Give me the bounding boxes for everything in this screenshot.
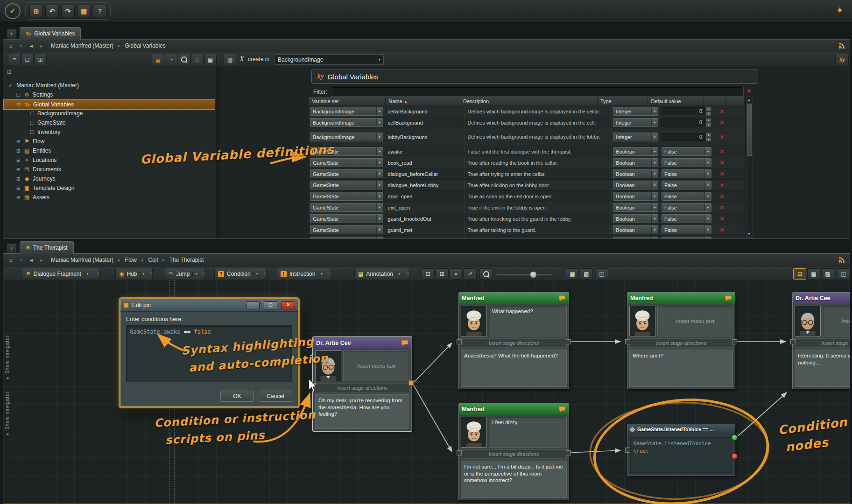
expander-closed-icon[interactable]: ⊞	[15, 167, 21, 172]
variable-set-dropdown[interactable]: GameState	[310, 203, 383, 212]
align-button[interactable]: ⊡	[422, 268, 435, 280]
variable-description[interactable]: True after reading the book in the cella…	[465, 157, 612, 168]
delete-row-button[interactable]	[720, 108, 725, 115]
dialog-titlebar[interactable]: Edit pin – ▢ ✕	[120, 299, 298, 312]
variable-set-dropdown[interactable]: BackgroundImage	[310, 107, 383, 116]
connect-mode-button[interactable]: ↗	[464, 268, 477, 280]
checkbox-icon[interactable]: ☐	[29, 129, 35, 135]
stage-directions-placeholder[interactable]: Insert stage directions	[461, 449, 567, 459]
variable-set-dropdown[interactable]: GameState	[310, 225, 383, 234]
variable-name[interactable]: cellarBackground	[385, 106, 465, 117]
redo-button[interactable]: ↷	[61, 5, 75, 17]
expander-open-icon[interactable]: ⊟	[16, 102, 21, 107]
stage-directions-placeholder[interactable]: Insert stage directions	[795, 338, 850, 348]
node-condition[interactable]: GameState.listenedToVoice == ... GameSta…	[627, 424, 735, 476]
add-tab-button[interactable]: +	[7, 29, 17, 39]
variable-set-dropdown[interactable]: GameState	[310, 158, 383, 167]
breadcrumb-project[interactable]: Maniac Manfred (Master)	[47, 42, 117, 49]
default-value-dropdown[interactable]: False	[662, 158, 711, 167]
feed-icon[interactable]	[838, 42, 845, 50]
menu-text[interactable]: What happened?	[489, 306, 567, 336]
menu-text[interactable]: I feel dizzy.	[489, 417, 567, 448]
default-value-dropdown[interactable]: False	[662, 147, 711, 156]
view-outline-button[interactable]: ⊟	[793, 268, 806, 280]
variable-name[interactable]: dialogue_beforeLobby	[385, 180, 465, 190]
create-in-dropdown[interactable]: BackgroundImage ▾	[274, 54, 384, 65]
back-button[interactable]: ◂	[27, 42, 36, 50]
tree-item-global-variables[interactable]: ⊟ Xy Global Variables	[3, 99, 215, 110]
annotation-button[interactable]: ▤ Annotation ▾	[354, 268, 409, 280]
view-large-tiles-button[interactable]: ▩	[821, 268, 834, 280]
list-view-button[interactable]: ≡	[8, 54, 21, 65]
scroll-down-icon[interactable]: ▼	[746, 231, 752, 237]
stage-directions-placeholder[interactable]: Insert stage directions	[461, 338, 567, 348]
tree-item-assets[interactable]: ⊞ ▦ Assets	[3, 193, 215, 202]
default-value-stepper[interactable]: 0▴▾	[662, 118, 711, 127]
variable-name[interactable]: guard_knockedOut	[385, 213, 465, 224]
chevron-down-icon[interactable]: ▾	[192, 272, 197, 276]
type-dropdown[interactable]: Boolean	[613, 203, 658, 212]
variable-description[interactable]: Defines which background image is displa…	[465, 106, 612, 117]
scroll-up-icon[interactable]: ▲	[746, 97, 752, 103]
close-button[interactable]: ✕	[282, 301, 295, 309]
expander-closed-icon[interactable]: ⊞	[15, 186, 21, 191]
spinner-arrows[interactable]: ▴▾	[705, 133, 711, 142]
delete-row-button[interactable]	[720, 134, 725, 140]
breadcrumb-global-variables[interactable]: Global Variables	[121, 42, 169, 49]
variable-name[interactable]: book_read	[385, 157, 465, 168]
delete-row-button[interactable]	[720, 119, 725, 126]
variable-set-dropdown[interactable]: GameState	[310, 214, 383, 223]
tree-item-documents[interactable]: ⊞ ▤ Documents	[3, 165, 215, 174]
dialogue-text[interactable]: Anaesthesia? What the hell happened?	[461, 350, 567, 387]
menu-text-placeholder[interactable]: Insert menu text	[343, 350, 409, 381]
ok-button[interactable]: OK	[220, 391, 254, 402]
feed-icon[interactable]	[838, 257, 845, 265]
collapse-all-icon[interactable]: ⊟	[7, 69, 11, 75]
variable-set-dropdown[interactable]: GameState	[310, 237, 383, 238]
dialogue-text[interactable]: I'm not sure... I'm a bit dizzy... Is it…	[461, 461, 567, 498]
flow-canvas[interactable]: ▸ Show navigator ▸ Show navigator	[3, 280, 850, 504]
recent-button[interactable]: ◔	[165, 54, 177, 65]
spinner-arrows[interactable]: ▴▾	[705, 107, 711, 116]
variable-name[interactable]: dialogue_beforeCellar	[385, 168, 465, 179]
variable-description[interactable]: True after trying to enter the cellar.	[465, 168, 612, 179]
clear-filter-button[interactable]: ✕	[746, 87, 752, 94]
stage-directions-placeholder[interactable]: Insert stage directions	[315, 383, 409, 392]
zoom-slider-handle[interactable]	[530, 271, 537, 278]
variable-description[interactable]: True after talking to the guard.	[465, 224, 612, 235]
tree-item-gamestate[interactable]: ☐ GameState	[3, 118, 215, 127]
checkbox-icon[interactable]: ☐	[29, 120, 35, 126]
hub-button[interactable]: ◉ Hub ▾	[115, 268, 153, 280]
column-name[interactable]: Name▲	[386, 97, 460, 105]
dialogue-text[interactable]: Oh my dear, you're recovering from the a…	[315, 394, 409, 429]
column-type[interactable]: Type	[598, 97, 648, 105]
default-value-dropdown[interactable]: False	[662, 237, 711, 238]
default-value-stepper[interactable]: 0▴▾	[662, 133, 711, 142]
default-value-dropdown[interactable]: False	[662, 181, 711, 189]
up-button[interactable]: ↑	[16, 256, 26, 264]
default-value-dropdown[interactable]: False	[662, 169, 711, 178]
tree-item-project-root[interactable]: ✓ Maniac Manfred (Master)	[3, 81, 215, 90]
variable-name[interactable]: exit_open	[385, 202, 465, 213]
dialogue-fragment-button[interactable]: ⚑ Dialogue Fragment ▾	[22, 268, 99, 280]
delete-row-button[interactable]	[720, 148, 725, 155]
type-dropdown[interactable]: Boolean	[613, 169, 658, 178]
variable-name[interactable]: cellBackground	[385, 117, 465, 128]
tree-item-settings[interactable]: ☐ ⚙ Settings	[3, 90, 215, 99]
table-scrollbar[interactable]: ▲ ▼	[746, 97, 753, 238]
variable-description[interactable]: True as soon as the cell door is open.	[465, 191, 612, 202]
small-grid-button[interactable]: ▦	[566, 268, 579, 280]
notes-button[interactable]: ▤	[152, 54, 164, 65]
variable-name[interactable]: awake	[385, 146, 465, 157]
tree-item-template-design[interactable]: ⊞ ▣ Template Design	[3, 183, 215, 193]
tree-item-backgroundimage[interactable]: ☐ BackgroundImage	[3, 109, 215, 118]
export-button[interactable]: ▦	[77, 5, 91, 17]
presentation-button[interactable]: ◫	[837, 268, 850, 280]
variable-name[interactable]: guard_met	[385, 224, 465, 235]
variable-description[interactable]: False until the first dialogue with the …	[465, 146, 612, 157]
variable-description[interactable]: Defines which background image is displa…	[465, 128, 612, 146]
expander-closed-icon[interactable]: ⊞	[15, 158, 21, 163]
app-logo-check-icon[interactable]: ✓	[5, 3, 21, 19]
default-value-dropdown[interactable]: False	[662, 192, 711, 201]
input-pin[interactable]	[457, 339, 462, 344]
